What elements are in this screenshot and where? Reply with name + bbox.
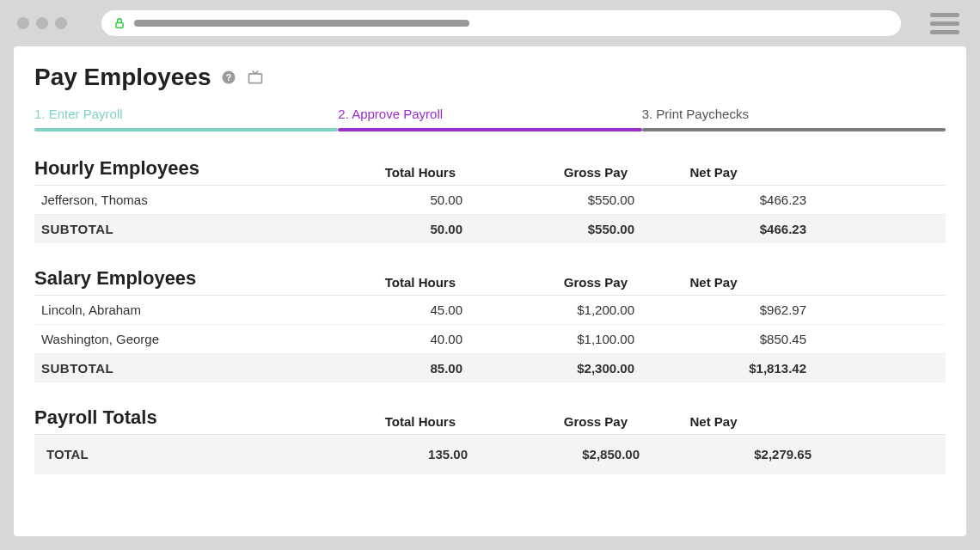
subtotal-net: $1,813.42 [634, 361, 806, 376]
col-total-hours: Total Hours [327, 414, 456, 429]
svg-text:?: ? [226, 72, 231, 82]
employee-name: Jefferson, Thomas [41, 192, 334, 207]
step-bar [34, 128, 338, 131]
employee-name: Washington, George [41, 332, 334, 346]
total-gross: $2,850.00 [468, 447, 640, 461]
table-row: Lincoln, Abraham 45.00 $1,200.00 $962.97 [34, 296, 946, 325]
maximize-window-button[interactable] [55, 17, 67, 29]
page-header: Pay Employees ? [34, 64, 946, 91]
table-row: Washington, George 40.00 $1,100.00 $850.… [34, 325, 946, 354]
section-title: Salary Employees [34, 267, 327, 290]
col-net-pay: Net Pay [628, 165, 799, 180]
col-net-pay: Net Pay [628, 414, 799, 429]
stepper: 1. Enter Payroll 2. Approve Payroll 3. P… [34, 107, 946, 131]
table-row: Jefferson, Thomas 50.00 $550.00 $466.23 [34, 186, 946, 215]
minimize-window-button[interactable] [36, 17, 48, 29]
url-bar[interactable] [101, 10, 901, 36]
section-header: Salary Employees Total Hours Gross Pay N… [34, 267, 946, 296]
section-hourly-employees: Hourly Employees Total Hours Gross Pay N… [34, 157, 946, 243]
cell-net: $850.45 [634, 332, 806, 346]
step-label: 3. Print Paychecks [642, 107, 946, 121]
section-salary-employees: Salary Employees Total Hours Gross Pay N… [34, 267, 946, 382]
subtotal-label: SUBTOTAL [41, 361, 334, 376]
section-title: Payroll Totals [34, 406, 327, 429]
cell-net: $962.97 [634, 302, 806, 317]
step-label: 2. Approve Payroll [338, 107, 641, 121]
step-print-paychecks[interactable]: 3. Print Paychecks [642, 107, 946, 131]
col-net-pay: Net Pay [628, 275, 799, 290]
cell-hours: 40.00 [334, 332, 462, 346]
page-title: Pay Employees [34, 64, 211, 91]
subtotal-row: SUBTOTAL 85.00 $2,300.00 $1,813.42 [34, 354, 946, 382]
svg-rect-3 [249, 74, 262, 83]
step-bar [642, 128, 946, 131]
total-label: TOTAL [46, 447, 339, 461]
step-approve-payroll[interactable]: 2. Approve Payroll [338, 107, 641, 131]
cell-hours: 45.00 [334, 302, 462, 317]
help-icon[interactable]: ? [221, 70, 236, 85]
step-label: 1. Enter Payroll [34, 107, 338, 121]
col-total-hours: Total Hours [327, 275, 456, 290]
subtotal-label: SUBTOTAL [41, 222, 334, 236]
subtotal-row: SUBTOTAL 50.00 $550.00 $466.23 [34, 215, 946, 243]
cell-net: $466.23 [634, 192, 806, 207]
subtotal-hours: 50.00 [334, 222, 462, 236]
window-controls [17, 17, 67, 29]
total-net: $2,279.65 [640, 447, 812, 461]
section-payroll-totals: Payroll Totals Total Hours Gross Pay Net… [34, 406, 946, 474]
svg-rect-0 [116, 22, 123, 28]
section-header: Hourly Employees Total Hours Gross Pay N… [34, 157, 946, 186]
lock-icon [113, 17, 126, 29]
step-enter-payroll[interactable]: 1. Enter Payroll [34, 107, 338, 131]
total-hours: 135.00 [339, 447, 468, 461]
section-title: Hourly Employees [34, 157, 327, 180]
subtotal-gross: $2,300.00 [462, 361, 634, 376]
subtotal-gross: $550.00 [462, 222, 634, 236]
col-total-hours: Total Hours [327, 165, 456, 180]
col-gross-pay: Gross Pay [456, 165, 628, 180]
cell-gross: $550.00 [462, 192, 634, 207]
page-content: Pay Employees ? 1. Enter Payroll 2. Appr… [14, 46, 966, 536]
cell-gross: $1,200.00 [462, 302, 634, 317]
cell-gross: $1,100.00 [462, 332, 634, 346]
tv-icon[interactable] [247, 69, 264, 86]
col-gross-pay: Gross Pay [456, 275, 628, 290]
subtotal-hours: 85.00 [334, 361, 462, 376]
cell-hours: 50.00 [334, 192, 462, 207]
url-text-placeholder [134, 20, 469, 27]
close-window-button[interactable] [17, 17, 29, 29]
menu-button[interactable] [927, 9, 963, 38]
col-gross-pay: Gross Pay [456, 414, 628, 429]
total-row: TOTAL 135.00 $2,850.00 $2,279.65 [34, 435, 946, 474]
section-header: Payroll Totals Total Hours Gross Pay Net… [34, 406, 946, 435]
browser-chrome [0, 0, 980, 46]
employee-name: Lincoln, Abraham [41, 302, 334, 317]
step-bar [338, 128, 641, 131]
subtotal-net: $466.23 [634, 222, 806, 236]
